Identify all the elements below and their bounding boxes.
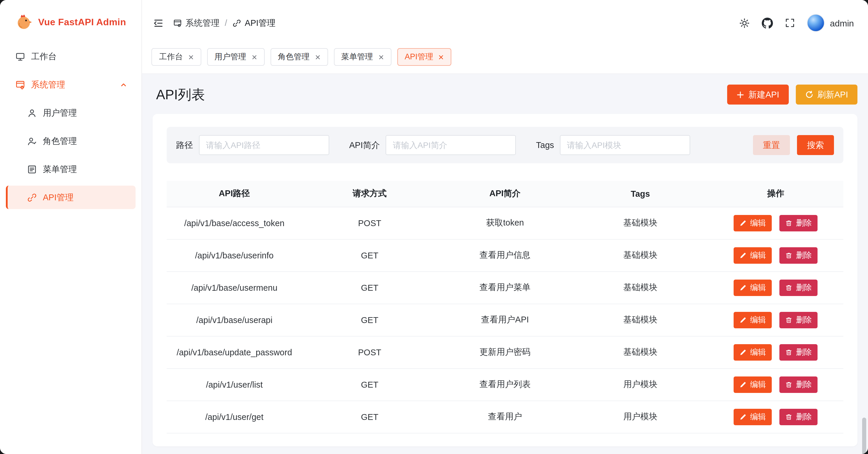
api-path-cell: /api/v1/base/access_token [167,207,302,239]
create-api-button[interactable]: 新建API [727,85,789,105]
sidebar-item-label: 用户管理 [43,107,77,118]
breadcrumb-label: 系统管理 [185,17,219,28]
logo[interactable]: Vue FastAPI Admin [6,0,135,45]
edit-button[interactable]: 编辑 [734,247,772,263]
sidebar-item-roles[interactable]: 角色管理 [6,129,135,153]
edit-button[interactable]: 编辑 [734,344,772,360]
tab-roles[interactable]: 角色管理 [270,48,328,66]
sidebar-item-workbench[interactable]: 工作台 [6,45,135,68]
breadcrumb-label: API管理 [245,17,276,28]
tab-menus[interactable]: 菜单管理 [334,48,391,66]
api-summary-cell: 获取token [437,207,572,239]
api-path-cell: /api/v1/base/userapi [167,304,302,336]
table-row: /api/v1/base/access_token POST 获取token 基… [167,207,843,239]
api-summary-cell: 查看用户 [437,401,572,433]
sidebar-item-label: 系统管理 [31,79,65,90]
path-filter-input[interactable] [199,135,329,155]
menu-list-icon [27,164,37,174]
trash-icon [785,219,792,226]
api-path-cell: /api/v1/base/userinfo [167,239,302,271]
summary-filter-input[interactable] [386,135,516,155]
api-actions-cell: 编辑 删除 [708,304,843,336]
sidebar-item-menus[interactable]: 菜单管理 [6,158,135,181]
delete-button-label: 删除 [796,379,812,390]
edit-button-label: 编辑 [750,347,766,358]
edit-button-label: 编辑 [750,412,766,422]
edit-button-label: 编辑 [750,314,766,325]
fullscreen-icon[interactable] [785,18,795,28]
tab-close-icon[interactable] [315,54,320,60]
delete-button[interactable]: 删除 [779,279,817,296]
sidebar-item-label: 菜单管理 [43,164,77,175]
sidebar-item-api[interactable]: API管理 [6,186,135,209]
tags-filter-input[interactable] [560,135,690,155]
collapse-sidebar-icon[interactable] [153,17,164,28]
refresh-api-button[interactable]: 刷新API [796,85,858,105]
delete-button-label: 删除 [796,347,812,358]
edit-button[interactable]: 编辑 [734,279,772,296]
delete-button[interactable]: 删除 [779,215,817,231]
reset-button[interactable]: 重置 [753,135,790,155]
pencil-icon [740,348,746,356]
api-summary-cell: 查看用户菜单 [437,271,572,304]
delete-button-label: 删除 [796,250,812,260]
api-actions-cell: 编辑 删除 [708,336,843,368]
table-row: /api/v1/base/userinfo GET 查看用户信息 基础模块 编辑 [167,239,843,271]
trash-icon [785,252,792,259]
trash-icon [785,348,792,356]
refresh-icon [805,90,813,99]
api-summary-cell: 查看用户列表 [437,368,572,401]
api-summary-cell: 查看用户信息 [437,239,572,271]
edit-button-label: 编辑 [750,379,766,390]
edit-button[interactable]: 编辑 [734,408,772,425]
theme-toggle-sun-icon[interactable] [739,17,750,28]
avatar [807,14,825,32]
system-icon [15,80,25,90]
delete-button[interactable]: 删除 [779,247,817,263]
delete-button[interactable]: 删除 [779,312,817,328]
breadcrumb-item-api[interactable]: API管理 [232,17,276,28]
api-method-cell: POST [302,336,437,368]
tab-label: 工作台 [159,52,183,62]
table-row: /api/v1/base/userapi GET 查看用户API 基础模块 编辑 [167,304,843,336]
edit-button-label: 编辑 [750,218,766,228]
role-icon [27,136,37,146]
user-menu[interactable]: admin [807,14,854,32]
tab-close-icon[interactable] [251,54,257,60]
api-summary-cell: 更新用户密码 [437,336,572,368]
tab-workbench[interactable]: 工作台 [151,48,201,66]
edit-button[interactable]: 编辑 [734,215,772,231]
table-row: /api/v1/user/list GET 查看用户列表 用户模块 编辑 [167,368,843,401]
tab-api[interactable]: API管理 [397,48,452,66]
tabs-bar: 工作台 用户管理 角色管理 菜单管理 [142,46,868,74]
refresh-api-label: 刷新API [817,89,848,100]
plus-icon [737,91,744,98]
delete-button[interactable]: 删除 [779,408,817,425]
api-table-head: API路径 请求方式 API简介 Tags 操作 [167,181,843,207]
app-window: Vue FastAPI Admin 工作台 系统管理 [0,0,868,454]
edit-button[interactable]: 编辑 [734,376,772,393]
api-method-cell: GET [302,271,437,304]
delete-button[interactable]: 删除 [779,344,817,360]
tab-close-icon[interactable] [439,54,444,60]
edit-button[interactable]: 编辑 [734,312,772,328]
breadcrumb-item-system[interactable]: 系统管理 [173,17,219,28]
table-row: /api/v1/base/update_password POST 更新用户密码… [167,336,843,368]
api-tags-cell: 基础模块 [573,336,708,368]
sidebar-item-users[interactable]: 用户管理 [6,101,135,124]
pencil-icon [740,252,746,259]
tab-close-icon[interactable] [378,54,383,60]
tab-close-icon[interactable] [188,54,193,60]
column-header-method: 请求方式 [302,181,437,207]
tab-users[interactable]: 用户管理 [207,48,265,66]
breadcrumb: 系统管理 / API管理 [173,17,276,28]
scrollbar-thumb[interactable] [862,418,866,454]
github-icon[interactable] [762,17,773,28]
tab-label: 用户管理 [215,52,246,62]
sidebar-item-system[interactable]: 系统管理 [6,73,135,96]
trash-icon [785,413,792,420]
delete-button[interactable]: 删除 [779,376,817,393]
search-button[interactable]: 搜索 [797,135,834,155]
sidebar-item-label: 工作台 [31,51,57,62]
app-title: Vue FastAPI Admin [38,17,126,28]
